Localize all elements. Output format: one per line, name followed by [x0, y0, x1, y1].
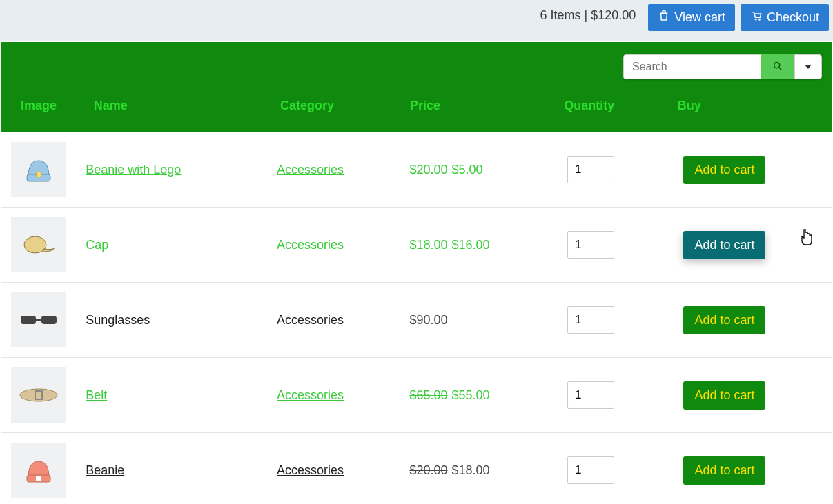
price-new: $16.00 — [451, 238, 489, 252]
product-name-link[interactable]: Beanie with Logo — [86, 163, 181, 177]
product-image[interactable] — [11, 367, 66, 423]
svg-rect-7 — [21, 316, 36, 324]
quantity-input[interactable] — [567, 231, 614, 259]
price: $90.00 — [409, 313, 447, 327]
col-name[interactable]: Name — [84, 99, 271, 124]
cart-summary: 6 Items | $120.00 — [540, 4, 643, 23]
table-row: BeanieAccessories$20.00$18.00Add to cart — [1, 433, 832, 505]
product-name-link[interactable]: Cap — [86, 238, 108, 252]
table-row: SunglassesAccessories$90.00Add to cart — [1, 283, 832, 358]
quantity-input[interactable] — [567, 306, 614, 334]
product-table-wrap: Image Name Category Price Quantity Buy B… — [1, 42, 832, 504]
search-group — [623, 54, 822, 79]
svg-point-0 — [755, 19, 756, 20]
svg-rect-8 — [41, 316, 57, 324]
price-old: $18.00 — [409, 238, 447, 252]
price-new: $55.00 — [451, 388, 489, 402]
add-to-cart-button[interactable]: Add to cart — [683, 306, 765, 334]
table-row: CapAccessories$18.00$16.00Add to cart — [1, 208, 832, 283]
col-buy[interactable]: Buy — [668, 99, 822, 124]
topbar: 6 Items | $120.00 View cart Checkout — [0, 0, 833, 41]
svg-point-2 — [774, 62, 780, 68]
svg-point-5 — [36, 172, 41, 177]
price-new: $18.00 — [451, 463, 489, 477]
svg-point-1 — [758, 19, 760, 20]
product-image[interactable] — [11, 217, 66, 272]
cart-icon — [750, 10, 763, 26]
price-old: $65.00 — [409, 388, 447, 402]
search-icon — [772, 61, 783, 74]
col-quantity[interactable]: Quantity — [554, 99, 668, 124]
checkout-label: Checkout — [767, 10, 819, 25]
product-image[interactable] — [11, 443, 66, 498]
category-link[interactable]: Accessories — [277, 238, 344, 252]
category-link[interactable]: Accessories — [277, 463, 344, 477]
price-old: $20.00 — [409, 163, 447, 177]
category-link[interactable]: Accessories — [277, 313, 344, 327]
product-image[interactable] — [11, 292, 66, 347]
price-old: $20.00 — [409, 463, 447, 477]
svg-rect-13 — [36, 476, 41, 481]
quantity-input[interactable] — [567, 156, 614, 183]
col-price[interactable]: Price — [400, 99, 554, 124]
svg-line-3 — [779, 68, 781, 70]
col-image[interactable]: Image — [11, 99, 84, 124]
col-category[interactable]: Category — [271, 99, 400, 124]
add-to-cart-button[interactable]: Add to cart — [683, 456, 765, 485]
view-cart-button[interactable]: View cart — [648, 4, 735, 31]
product-image[interactable] — [11, 142, 66, 197]
add-to-cart-button[interactable]: Add to cart — [683, 156, 765, 184]
add-to-cart-button[interactable]: Add to cart — [683, 381, 765, 410]
checkout-button[interactable]: Checkout — [741, 4, 829, 31]
svg-rect-9 — [36, 319, 41, 321]
product-name-link[interactable]: Sunglasses — [86, 313, 150, 327]
category-link[interactable]: Accessories — [277, 163, 344, 177]
price-new: $5.00 — [451, 163, 482, 177]
quantity-input[interactable] — [567, 456, 614, 484]
bag-icon — [658, 10, 670, 26]
product-name-link[interactable]: Belt — [86, 388, 107, 402]
add-to-cart-button[interactable]: Add to cart — [683, 231, 765, 259]
quantity-input[interactable] — [567, 381, 614, 409]
table-header-bar: Image Name Category Price Quantity Buy — [1, 42, 832, 132]
column-header-row: Image Name Category Price Quantity Buy — [11, 99, 822, 124]
category-link[interactable]: Accessories — [277, 388, 344, 402]
view-cart-label: View cart — [674, 10, 725, 25]
chevron-down-icon — [805, 65, 812, 69]
search-dropdown-toggle[interactable] — [794, 54, 822, 79]
svg-point-6 — [24, 236, 46, 253]
search-button[interactable] — [761, 54, 794, 79]
table-row: Beanie with LogoAccessories$20.00$5.00Ad… — [1, 132, 832, 208]
product-name-link[interactable]: Beanie — [86, 463, 124, 477]
table-row: BeltAccessories$65.00$55.00Add to cart — [1, 358, 832, 433]
search-input[interactable] — [623, 54, 761, 79]
